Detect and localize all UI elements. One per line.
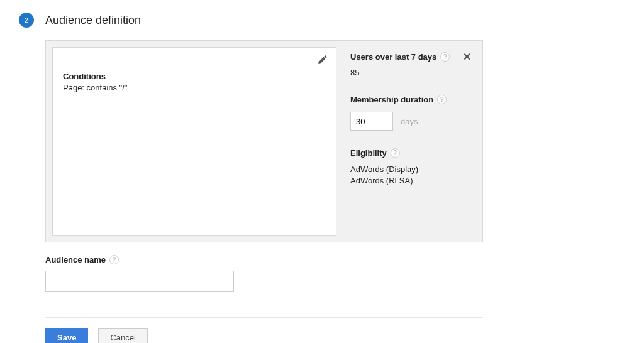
audience-definition-panel: Conditions Page: contains "/" ✕ Users ov… [45,40,483,242]
step-connector-line [43,0,43,9]
button-row: Save Cancel [45,328,625,343]
help-icon[interactable]: ? [440,52,450,62]
divider [45,317,483,318]
users-label: Users over last 7 days [350,52,436,62]
membership-section: Membership duration ? days [350,95,471,131]
help-icon[interactable]: ? [391,148,400,158]
membership-duration-input[interactable] [350,112,393,131]
membership-unit: days [401,117,418,126]
eligibility-item: AdWords (RLSA) [350,175,471,187]
close-icon[interactable]: ✕ [463,51,471,63]
audience-name-input[interactable] [45,271,234,292]
audience-name-section: Audience name ? [45,255,625,292]
step-header: 2 Audience definition [19,13,625,28]
users-label-row: Users over last 7 days ? [350,52,471,62]
audience-name-label-row: Audience name ? [45,255,625,264]
membership-label-row: Membership duration ? [350,95,471,104]
help-icon[interactable]: ? [437,95,447,104]
step-number-badge: 2 [19,13,34,28]
users-value: 85 [350,68,471,77]
conditions-text: Page: contains "/" [63,83,326,92]
side-panel: ✕ Users over last 7 days ? 85 Membership… [336,47,476,236]
audience-name-label: Audience name [45,255,106,264]
conditions-heading: Conditions [63,72,326,81]
membership-label: Membership duration [350,95,433,104]
eligibility-label: Eligibility [350,148,387,158]
membership-duration-row: days [350,112,471,131]
save-button[interactable]: Save [45,328,88,343]
conditions-box: Conditions Page: contains "/" [52,47,336,236]
eligibility-section: Eligibility ? AdWords (Display) AdWords … [350,148,471,187]
eligibility-list: AdWords (Display) AdWords (RLSA) [350,164,471,187]
help-icon[interactable]: ? [109,255,119,264]
pencil-icon[interactable] [317,54,328,67]
step-title: Audience definition [45,14,141,27]
cancel-button[interactable]: Cancel [98,328,147,343]
eligibility-label-row: Eligibility ? [350,148,471,158]
eligibility-item: AdWords (Display) [350,164,471,175]
users-section: Users over last 7 days ? 85 [350,52,471,77]
